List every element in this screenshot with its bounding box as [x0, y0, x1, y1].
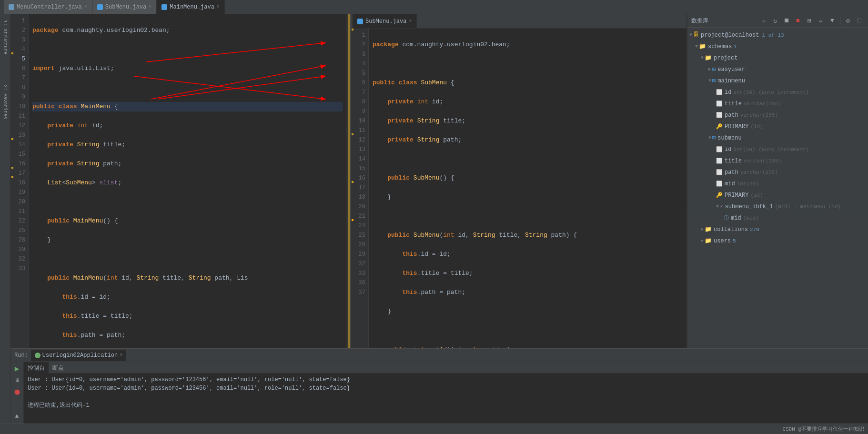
- right-tab-submenu[interactable]: SubMenu.java ×: [353, 14, 417, 28]
- submenu-item[interactable]: ▼ ⊞ submenu: [687, 132, 868, 144]
- right-code-content[interactable]: package com.naughty.userlogin02.bean; pu…: [369, 29, 686, 348]
- submenu-primary-detail: (id): [750, 191, 763, 200]
- db-filter-btn[interactable]: ▼: [828, 16, 837, 26]
- submenu-title-detail: varchar(255): [744, 156, 781, 166]
- left-line-numbers: 1 2 3 4 5 6 7 8 9 10 11 12 13: [13, 14, 29, 348]
- submenu-mid-item[interactable]: ⬜ mid int(50): [687, 178, 868, 190]
- run-console-btn[interactable]: 🖥: [12, 375, 22, 385]
- schemas-item[interactable]: ▼ 📁 schemas 1: [687, 41, 868, 52]
- submenu-fk-label: submenu_ibfk_1: [725, 202, 773, 212]
- submenu-title-label: title: [725, 156, 742, 166]
- sidebar-item-favorites[interactable]: 2: Favorites: [1, 83, 9, 121]
- left-marker-1: [11, 52, 13, 54]
- fk-icon: ⚡: [720, 202, 723, 212]
- submenu-key-icon: 🔑: [716, 191, 723, 200]
- db-tree[interactable]: ▼ 🗄 project@localhost 1 of 13 ▼ 📁 schema…: [687, 28, 868, 348]
- mainmenu-title-item[interactable]: ⬜ title varchar(255): [687, 98, 868, 110]
- right-editor-tab-bar: SubMenu.java ×: [351, 14, 686, 29]
- bottom-bar: Run: Userlogin02Application × ▶ 🖥 ⬤ ▲: [10, 348, 868, 434]
- output-line-1: User : User{id=0, username='admin', pass…: [28, 375, 864, 384]
- right-code-area[interactable]: 1 2 3 4 5 6 7 8 9 10 11 12 13: [351, 29, 686, 348]
- app-wrapper: MenuController.java × SubMenu.java × Mai…: [0, 0, 868, 434]
- schemas-count: 1: [734, 42, 737, 51]
- tab-submenu-close[interactable]: ×: [149, 4, 151, 10]
- tab-submenu-label: SubMenu.java: [105, 4, 146, 10]
- project-item[interactable]: ▼ 📁 project: [687, 52, 868, 64]
- mainmenu-id-item[interactable]: ⬜ id int(50) (auto increment): [687, 87, 868, 98]
- mainmenu-item[interactable]: ▼ ⊞ mainmenu: [687, 75, 868, 87]
- submenu-mid-label: mid: [725, 179, 735, 189]
- users-count: 5: [733, 236, 736, 246]
- run-tabs: Run: Userlogin02Application ×: [10, 349, 868, 362]
- submenu-col-icon-id: ⬜: [716, 145, 723, 154]
- collations-item[interactable]: ▶ 📁 collations 270: [687, 224, 868, 235]
- run-breakpoint-tab[interactable]: 断点: [49, 362, 68, 373]
- submenu-primary-item[interactable]: 🔑 PRIMARY (id): [687, 190, 868, 201]
- db-maximize-btn[interactable]: □: [855, 16, 864, 26]
- schemas-arrow: ▼: [695, 42, 698, 51]
- fk-mid-icon: ⓘ: [724, 213, 729, 223]
- db-panel-title: 数据库: [691, 17, 708, 25]
- run-play-btn[interactable]: ▶: [12, 364, 22, 373]
- tab-mainmenu-close[interactable]: ×: [217, 4, 220, 10]
- run-breakpoint-btn[interactable]: ⬤: [12, 387, 22, 396]
- mainmenu-path-detail: varchar(255): [740, 111, 778, 120]
- db-red-stop-btn[interactable]: ■: [793, 16, 803, 26]
- root-label: project@localhost: [701, 30, 759, 40]
- right-tab-close[interactable]: ×: [409, 19, 412, 24]
- submenu-title-item[interactable]: ⬜ title varchar(255): [687, 155, 868, 167]
- schemas-label: schemas: [708, 42, 732, 51]
- easyuser-label: easyuser: [717, 65, 745, 74]
- output-line-3: [28, 393, 864, 401]
- submenu-id-detail: int(50) (auto increment): [733, 145, 808, 154]
- tab-menucontroller-close[interactable]: ×: [84, 4, 87, 10]
- col-icon-path: ⬜: [716, 111, 723, 120]
- project-arrow: ▼: [701, 53, 704, 63]
- left-gutter-strip: [10, 14, 13, 348]
- submenu-path-item[interactable]: ⬜ path varchar(255): [687, 167, 868, 178]
- collations-label: collations: [714, 225, 748, 234]
- submenu-fk-item[interactable]: ▼ ⚡ submenu_ibfk_1 (mid) → mainmenu (id): [687, 201, 868, 212]
- tab-submenu[interactable]: SubMenu.java ×: [92, 0, 157, 14]
- right-panel: 数据库 ＋ ↻ ⏹ ■ ⊞ ✏ ▼ ⚙ □: [687, 14, 868, 348]
- mainmenu-primary-label: PRIMARY: [725, 122, 748, 131]
- submenu-fk-mid-item[interactable]: ⓘ mid (mid): [687, 212, 868, 224]
- folder-icon-schemas: 📁: [699, 42, 706, 51]
- db-add-btn[interactable]: ＋: [759, 16, 768, 26]
- run-app-tab[interactable]: Userlogin02Application ×: [31, 350, 126, 361]
- db-edit-btn[interactable]: ✏: [816, 16, 826, 26]
- submenu-col-icon-path: ⬜: [716, 168, 723, 177]
- mainmenu-id-detail: int(50) (auto increment): [733, 88, 808, 97]
- submenu-id-label: id: [725, 145, 731, 154]
- db-icon: 🗄: [693, 30, 699, 40]
- tab-mainmenu[interactable]: MainMenu.java ×: [157, 0, 225, 14]
- table-icon-submenu: ⊞: [712, 133, 716, 143]
- tab-menucontroller[interactable]: MenuController.java ×: [4, 0, 92, 14]
- run-app-close[interactable]: ×: [120, 353, 122, 358]
- run-scroll-up-btn[interactable]: ▲: [12, 411, 22, 421]
- easyuser-item[interactable]: ▶ ⊞ easyuser: [687, 64, 868, 75]
- run-console-tab[interactable]: 控制台: [24, 362, 49, 373]
- db-settings-btn[interactable]: ⚙: [843, 16, 853, 26]
- submenu-col-icon-mid: ⬜: [716, 179, 723, 189]
- mainmenu-path-item[interactable]: ⬜ path varchar(255): [687, 110, 868, 121]
- submenu-id-item[interactable]: ⬜ id int(50) (auto increment): [687, 144, 868, 155]
- db-table-btn[interactable]: ⊞: [805, 16, 814, 26]
- left-code-area[interactable]: 1 2 3 4 5 6 7 8 9 10 11 12 13: [10, 14, 346, 348]
- left-code-content[interactable]: package com.naughty.userlogin02.bean; im…: [29, 14, 346, 348]
- mainmenu-primary-item[interactable]: 🔑 PRIMARY (id): [687, 121, 868, 132]
- right-marker-2: [352, 133, 353, 135]
- sidebar-item-structure[interactable]: 1: Structure: [1, 18, 9, 56]
- db-refresh-btn[interactable]: ↻: [770, 16, 780, 26]
- submenu-mid-detail: int(50): [737, 179, 759, 189]
- mainmenu-title-label: title: [725, 99, 742, 109]
- run-inner-tabs: 控制台 断点: [24, 362, 868, 373]
- table-icon-easyuser: ⊞: [712, 65, 716, 74]
- root-count: 1 of 13: [762, 30, 784, 40]
- db-root-item[interactable]: ▼ 🗄 project@localhost 1 of 13: [687, 30, 868, 41]
- tab-mainmenu-label: MainMenu.java: [170, 4, 214, 10]
- users-item[interactable]: ▶ 📁 users 5: [687, 235, 868, 247]
- table-icon-mainmenu: ⊞: [712, 76, 716, 86]
- mainmenu-id-label: id: [725, 88, 731, 97]
- db-stop-btn[interactable]: ⏹: [782, 16, 791, 26]
